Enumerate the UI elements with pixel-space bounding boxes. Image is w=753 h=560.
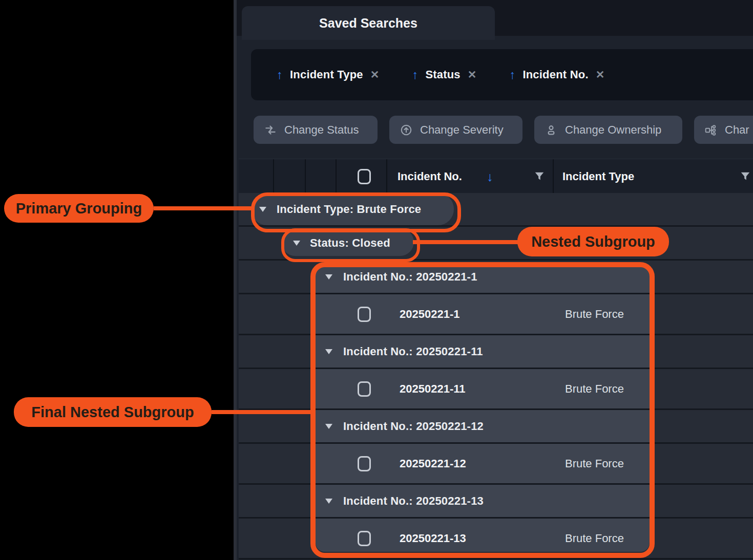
- group-chip-status[interactable]: ↑ Status ✕: [412, 68, 476, 82]
- annotation-connector-line: [413, 240, 519, 244]
- row-checkbox[interactable]: [358, 531, 371, 546]
- collapse-triangle-icon[interactable]: [293, 241, 300, 246]
- row-checkbox[interactable]: [358, 307, 371, 322]
- remove-chip-icon[interactable]: ✕: [596, 69, 605, 81]
- incident-type-cell: Brute Force: [565, 308, 624, 321]
- chip-label: Incident Type: [290, 68, 363, 81]
- filter-funnel-icon[interactable]: [534, 171, 545, 182]
- group-row-incident-no[interactable]: Incident No.: 20250221-11: [239, 335, 753, 369]
- group-row-incident-no[interactable]: Incident No.: 20250221-13: [239, 485, 753, 519]
- change-severity-button[interactable]: Change Severity: [389, 116, 522, 144]
- row-checkbox[interactable]: [358, 456, 371, 471]
- group-row-incident-no[interactable]: Incident No.: 20250221-1: [239, 261, 753, 294]
- sort-asc-icon: ↑: [509, 68, 515, 82]
- change-ownership-button[interactable]: Change Ownership: [534, 116, 682, 144]
- collapse-triangle-icon[interactable]: [325, 424, 332, 429]
- hierarchy-icon: [704, 123, 718, 137]
- collapse-triangle-icon[interactable]: [325, 349, 332, 354]
- incident-no-cell: 20250221-1: [400, 308, 459, 321]
- column-divider: [273, 159, 274, 193]
- vertical-scrollbar[interactable]: [234, 0, 237, 560]
- annotation-connector-line: [212, 410, 312, 414]
- filter-funnel-icon[interactable]: [740, 171, 751, 182]
- group-row-incident-no[interactable]: Incident No.: 20250221-12: [239, 410, 753, 444]
- button-label: Change Status: [284, 123, 359, 137]
- group-label: Status: Closed: [310, 236, 390, 250]
- incident-data-row[interactable]: 20250221-11 Brute Force: [239, 369, 753, 410]
- chip-label: Status: [425, 68, 460, 81]
- group-label: Incident No.: 20250221-11: [343, 345, 483, 358]
- column-header-incident-no[interactable]: Incident No.: [398, 170, 462, 183]
- callout-label: Primary Grouping: [16, 200, 142, 217]
- column-divider: [336, 159, 337, 193]
- change-status-button[interactable]: Change Status: [254, 116, 378, 144]
- sort-asc-icon: ↑: [412, 68, 418, 82]
- incident-no-cell: 20250221-12: [400, 457, 466, 470]
- sort-asc-icon: ↑: [277, 68, 283, 82]
- incident-no-cell: 20250221-13: [400, 532, 466, 545]
- callout-label: Final Nested Subgroup: [31, 404, 194, 421]
- severity-gauge-icon: [400, 123, 413, 137]
- column-divider: [553, 159, 554, 193]
- sort-desc-icon[interactable]: ↓: [487, 169, 493, 184]
- incident-data-row[interactable]: 20250221-13 Brute Force: [239, 519, 753, 559]
- swap-arrows-icon: [264, 123, 277, 137]
- incident-type-cell: Brute Force: [565, 457, 624, 470]
- annotation-connector-line: [154, 206, 253, 210]
- group-chip-incident-no[interactable]: ↑ Incident No. ✕: [509, 68, 604, 82]
- incident-no-cell: 20250221-11: [400, 382, 465, 396]
- group-label: Incident Type: Brute Force: [277, 203, 421, 216]
- nested-subgroup-callout: Nested Subgroup: [517, 227, 669, 256]
- collapse-triangle-icon[interactable]: [325, 499, 332, 504]
- person-icon: [545, 123, 558, 137]
- column-divider: [386, 159, 387, 193]
- group-label: Incident No.: 20250221-1: [343, 270, 477, 284]
- incident-data-row[interactable]: 20250221-12 Brute Force: [239, 444, 753, 485]
- primary-grouping-callout: Primary Grouping: [4, 194, 154, 223]
- button-label: Change Severity: [420, 123, 504, 137]
- screenshot-canvas: Saved Searches ↑ Incident Type ✕ ↑ Statu…: [0, 0, 753, 560]
- tab-label: Saved Searches: [319, 16, 417, 31]
- group-row-incident-type[interactable]: Incident Type: Brute Force: [239, 193, 753, 227]
- row-checkbox[interactable]: [358, 381, 371, 397]
- select-all-checkbox[interactable]: [358, 169, 371, 184]
- group-label: Incident No.: 20250221-13: [343, 494, 484, 508]
- remove-chip-icon[interactable]: ✕: [468, 69, 477, 81]
- group-chip-incident-type[interactable]: ↑ Incident Type ✕: [277, 68, 379, 82]
- change-hierarchy-button[interactable]: Char: [694, 116, 753, 144]
- incident-type-cell: Brute Force: [565, 382, 624, 396]
- grouping-bar: ↑ Incident Type ✕ ↑ Status ✕ ↑ Incident …: [251, 49, 753, 100]
- table-header: Incident No. ↓ Incident Type: [239, 159, 753, 195]
- column-divider: [305, 159, 306, 193]
- column-header-incident-type[interactable]: Incident Type: [562, 170, 634, 183]
- tab-saved-searches[interactable]: Saved Searches: [242, 6, 495, 40]
- final-nested-subgroup-callout: Final Nested Subgroup: [14, 397, 212, 427]
- table-body: Incident Type: Brute Force Status: Close…: [239, 193, 753, 560]
- chip-label: Incident No.: [522, 68, 588, 81]
- collapse-triangle-icon[interactable]: [325, 274, 332, 279]
- incident-type-cell: Brute Force: [565, 532, 624, 545]
- button-label: Change Ownership: [565, 123, 661, 137]
- button-label: Char: [725, 123, 749, 137]
- remove-chip-icon[interactable]: ✕: [370, 69, 380, 81]
- callout-label: Nested Subgroup: [531, 233, 655, 250]
- incident-data-row[interactable]: 20250221-1 Brute Force: [239, 294, 753, 335]
- group-label: Incident No.: 20250221-12: [343, 420, 484, 433]
- collapse-triangle-icon[interactable]: [259, 207, 266, 212]
